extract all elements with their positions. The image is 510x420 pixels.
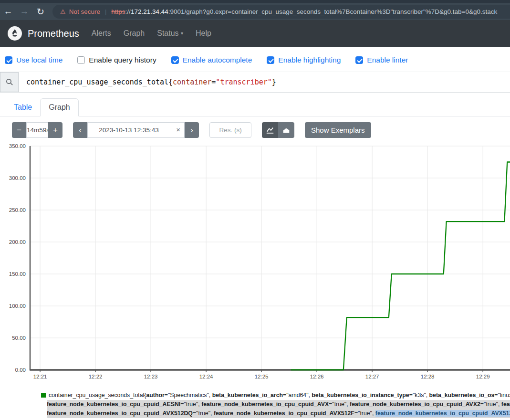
query-token-labelname: container: [173, 78, 211, 86]
legend-label-name: beta_kubernetes_io_os: [429, 392, 495, 399]
tab-graph[interactable]: Graph: [40, 98, 78, 116]
legend-line-3[interactable]: feature_node_kubernetes_io_cpu_cpuid_AVX…: [47, 409, 510, 418]
url-path: :9001/graph?g0.expr=container_cpu_usage_…: [168, 8, 498, 15]
checkbox-checked-icon[interactable]: [5, 56, 12, 64]
browser-reload-button[interactable]: ↻: [32, 6, 49, 17]
svg-text:150.00: 150.00: [9, 271, 26, 277]
legend-label-name: feature: [501, 401, 510, 408]
svg-text:300.00: 300.00: [9, 175, 26, 181]
nav-item-graph[interactable]: Graph: [124, 29, 145, 38]
svg-text:0.00: 0.00: [15, 367, 26, 373]
graph-controls: − + ‹ × › Show Exemplars: [12, 122, 510, 138]
svg-text:100.00: 100.00: [9, 303, 26, 309]
checkbox-unchecked-icon[interactable]: [77, 56, 85, 64]
query-token-punct: =: [211, 78, 216, 86]
option-enable-query-history[interactable]: Enable query history: [77, 56, 156, 64]
brand-title[interactable]: Prometheus: [28, 28, 79, 39]
query-token-metric: container_cpu_usage_seconds_total: [26, 78, 168, 86]
legend-label-name: beta_kubernetes_io_instance_type: [312, 392, 409, 399]
query-token-punct: }: [272, 78, 276, 86]
chart-type-toggle: [262, 122, 294, 138]
stacked-chart-button[interactable]: [278, 122, 294, 138]
time-back-button[interactable]: ‹: [73, 122, 87, 138]
option-label: Enable autocomplete: [183, 56, 252, 64]
line-chart-icon: [266, 126, 274, 135]
chevron-down-icon: ▾: [181, 31, 183, 36]
series-legend[interactable]: container_cpu_usage_seconds_total{author…: [41, 391, 510, 418]
option-label: Enable linter: [367, 56, 408, 64]
url-scheme: https: [111, 8, 125, 15]
nav-item-help[interactable]: Help: [196, 29, 211, 38]
svg-text:12:22: 12:22: [89, 374, 103, 379]
option-label: Use local time: [16, 56, 62, 64]
legend-label-value: ="true",: [354, 410, 375, 417]
clear-time-icon[interactable]: ×: [176, 126, 180, 134]
legend-label-value: ="true",: [480, 401, 501, 408]
url-text: https://172.21.34.44:9001/graph?g0.expr=…: [111, 8, 497, 15]
option-enable-highlighting[interactable]: Enable highlighting: [267, 56, 341, 64]
not-secure-warning-icon: ⚠: [60, 8, 66, 15]
range-decrease-button[interactable]: −: [12, 122, 26, 138]
time-forward-button[interactable]: ›: [185, 122, 199, 138]
options-row: Use local timeEnable query historyEnable…: [5, 54, 510, 66]
query-token-string: "transcriber": [216, 78, 271, 86]
option-label: Enable query history: [89, 56, 156, 64]
checkbox-checked-icon[interactable]: [171, 56, 179, 64]
legend-label-name: feature_node_kubernetes_io_cpu_cpuid_AVX…: [214, 410, 354, 417]
legend-label-name: feature_node_kubernetes_io_cpu_cpuid_AVX…: [375, 410, 510, 417]
query-token-punct: {: [168, 78, 173, 86]
url-separator: ://: [125, 8, 131, 15]
address-divider: |: [105, 8, 106, 15]
legend-label-value: ="true",: [193, 410, 214, 417]
range-duration-input[interactable]: [26, 122, 48, 138]
query-expression-input[interactable]: container_cpu_usage_seconds_total{contai…: [19, 72, 510, 92]
nav-item-status-dropdown[interactable]: Status ▾: [157, 29, 183, 38]
series-swatch-icon: [41, 393, 46, 398]
legend-line-2[interactable]: feature_node_kubernetes_io_cpu_cpuid_AES…: [47, 400, 510, 409]
legend-label-name: feature_node_kubernetes_io_cpu_cpuid_AVX…: [47, 410, 193, 417]
browser-forward-button[interactable]: →: [16, 6, 32, 17]
legend-line-1[interactable]: container_cpu_usage_seconds_total{author…: [41, 391, 510, 400]
option-enable-autocomplete[interactable]: Enable autocomplete: [171, 56, 252, 64]
svg-text:12:23: 12:23: [144, 374, 158, 379]
legend-label-value: container_cpu_usage_seconds_total{: [49, 392, 146, 399]
browser-back-button[interactable]: ←: [0, 6, 16, 17]
legend-label-name: feature_node_kubernetes_io_cpu_cpuid_AVX…: [350, 401, 480, 408]
svg-text:50.00: 50.00: [12, 335, 26, 341]
show-exemplars-button[interactable]: Show Exemplars: [305, 122, 371, 138]
option-label: Enable highlighting: [278, 56, 341, 64]
prometheus-logo-icon[interactable]: [8, 26, 22, 41]
end-time-input[interactable]: [87, 122, 185, 138]
resolution-input[interactable]: [209, 122, 251, 138]
time-control-group: ‹ × ›: [73, 122, 199, 138]
legend-label-name: beta_kubernetes_io_arch: [212, 392, 283, 399]
line-chart-button[interactable]: [262, 122, 278, 138]
svg-text:250.00: 250.00: [9, 207, 26, 213]
query-execute-addon[interactable]: [0, 72, 19, 92]
option-enable-linter[interactable]: Enable linter: [355, 56, 408, 64]
nav-item-alerts[interactable]: Alerts: [92, 29, 111, 38]
legend-label-value: ="Speechmatics",: [165, 392, 212, 399]
checkbox-checked-icon[interactable]: [267, 56, 274, 64]
cpu-usage-chart[interactable]: 350.00300.00250.00200.00150.00100.0050.0…: [0, 144, 510, 384]
nav-item-status-label: Status: [157, 29, 178, 37]
url-host: 172.21.34.44: [131, 8, 168, 15]
legend-label-name: feature_node_kubernetes_io_cpu_cpuid_AES…: [47, 401, 180, 408]
option-use-local-time[interactable]: Use local time: [5, 56, 62, 64]
svg-text:12:27: 12:27: [365, 374, 379, 379]
browser-chrome: ← → ↻ ⚠ Not secure | https://172.21.34.4…: [0, 0, 510, 20]
stacked-chart-icon: [282, 126, 291, 135]
legend-label-value: ="true",: [329, 401, 350, 408]
legend-label-name: feature_node_kubernetes_io_cpu_cpuid_AVX: [201, 401, 329, 408]
tab-table[interactable]: Table: [6, 99, 40, 116]
not-secure-label[interactable]: Not secure: [69, 8, 100, 15]
svg-text:12:24: 12:24: [199, 374, 213, 379]
legend-label-value: ="amd64",: [283, 392, 312, 399]
legend-label-name: author: [146, 392, 164, 399]
query-bar: container_cpu_usage_seconds_total{contai…: [0, 72, 510, 93]
checkbox-checked-icon[interactable]: [355, 56, 363, 64]
svg-text:12:28: 12:28: [421, 374, 435, 379]
svg-text:12:21: 12:21: [33, 374, 47, 379]
address-bar[interactable]: ⚠ Not secure | https://172.21.34.44:9001…: [52, 5, 510, 19]
range-increase-button[interactable]: +: [48, 122, 62, 138]
